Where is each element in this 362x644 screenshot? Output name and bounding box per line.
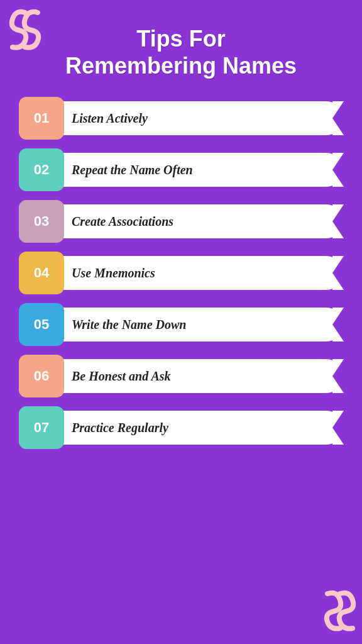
tip-label-bar-3: Create Associations: [57, 204, 343, 238]
tip-label-bar-2: Repeat the Name Often: [57, 153, 343, 187]
tip-text-2: Repeat the Name Often: [72, 163, 193, 177]
title-section: Tips For Remembering Names: [65, 25, 297, 79]
tip-label-bar-1: Listen Actively: [57, 101, 343, 135]
tip-text-6: Be Honest and Ask: [72, 369, 171, 384]
tip-text-3: Create Associations: [72, 214, 173, 229]
tip-label-bar-7: Practice Regularly: [57, 411, 343, 445]
tip-number-badge-2: 02: [19, 148, 64, 191]
squiggle-top-left-icon: [6, 6, 44, 50]
tip-label-bar-4: Use Mnemonics: [57, 256, 343, 290]
tip-label-bar-6: Be Honest and Ask: [57, 359, 343, 393]
tip-item-1: 01Listen Actively: [19, 97, 343, 140]
tips-list: 01Listen Actively02Repeat the Name Often…: [13, 97, 349, 449]
tip-item-2: 02Repeat the Name Often: [19, 148, 343, 191]
tip-number-badge-4: 04: [19, 252, 64, 294]
tip-item-4: 04Use Mnemonics: [19, 252, 343, 294]
tip-item-5: 05Write the Name Down: [19, 303, 343, 346]
tip-text-4: Use Mnemonics: [72, 266, 155, 280]
tip-item-7: 07Practice Regularly: [19, 406, 343, 449]
page-container: Tips For Remembering Names 01Listen Acti…: [0, 0, 362, 644]
tip-number-badge-3: 03: [19, 200, 64, 243]
tip-text-1: Listen Actively: [72, 111, 148, 126]
tip-text-7: Practice Regularly: [72, 421, 168, 435]
squiggle-bottom-right-icon: [318, 587, 359, 638]
page-title: Tips For Remembering Names: [65, 25, 297, 79]
tip-number-badge-5: 05: [19, 303, 64, 346]
tip-item-3: 03Create Associations: [19, 200, 343, 243]
tip-number-badge-1: 01: [19, 97, 64, 140]
tip-number-badge-7: 07: [19, 406, 64, 449]
tip-text-5: Write the Name Down: [72, 318, 186, 332]
tip-item-6: 06Be Honest and Ask: [19, 355, 343, 397]
tip-label-bar-5: Write the Name Down: [57, 308, 343, 341]
tip-number-badge-6: 06: [19, 355, 64, 397]
